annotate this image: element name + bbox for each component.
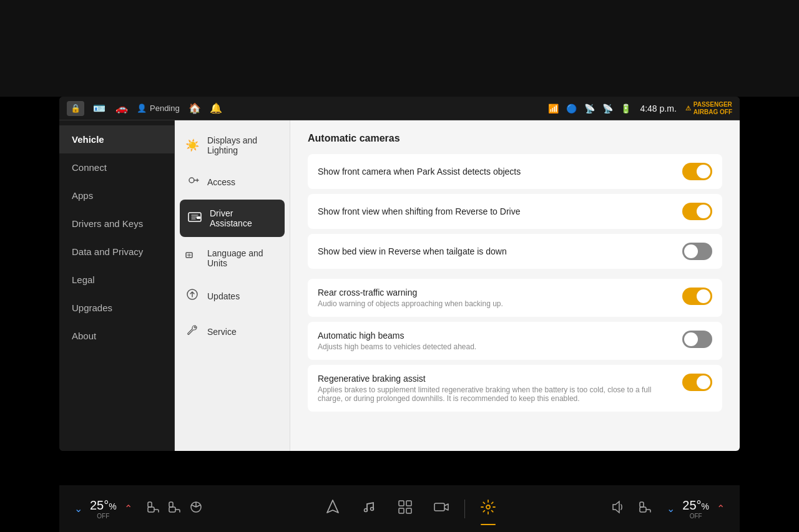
svg-rect-15 xyxy=(434,503,444,511)
submenu-updates-label: Updates xyxy=(207,291,240,301)
section-title: Automatic cameras xyxy=(308,133,722,144)
submenu-language-label: Language and Units xyxy=(207,248,280,268)
airbag-warning: ⚠ PASSENGERAIRBAG OFF xyxy=(685,101,732,116)
setting-row-bed-view: Show bed view in Reverse when tailgate i… xyxy=(308,234,722,269)
sidebar-mid: ☀️ Displays and Lighting Access xyxy=(175,120,290,451)
svg-rect-14 xyxy=(406,508,411,513)
setting-row-regen-braking: Regenerative braking assist Applies brak… xyxy=(308,365,722,412)
svg-rect-5 xyxy=(148,502,152,507)
toggle-front-camera[interactable] xyxy=(682,163,712,180)
right-temp-down-button[interactable]: ⌄ xyxy=(664,500,677,517)
taskbar-divider xyxy=(464,500,465,518)
submenu-displays-lighting[interactable]: ☀️ Displays and Lighting xyxy=(175,125,290,165)
wifi-icon: 📶 xyxy=(548,104,559,114)
bluetooth-icon: 🔵 xyxy=(566,104,577,114)
sidebar-item-vehicle[interactable]: Vehicle xyxy=(59,125,174,153)
signal2-icon: 📡 xyxy=(602,104,613,114)
right-temp-value: 25°% xyxy=(682,498,709,513)
setting-label-front-view: Show front view when shifting from Rever… xyxy=(318,206,520,216)
apps-grid-icon[interactable] xyxy=(392,494,418,524)
svg-rect-4 xyxy=(148,507,154,512)
music-icon[interactable] xyxy=(356,494,382,524)
sidebar-item-data-privacy[interactable]: Data and Privacy xyxy=(59,238,174,266)
sidebar-item-connect[interactable]: Connect xyxy=(59,153,174,181)
svg-point-16 xyxy=(486,505,490,509)
updates-icon xyxy=(185,288,200,304)
sidebar-left: Vehicle Connect Apps Drivers and Keys Da… xyxy=(59,120,175,451)
sidebar-item-upgrades[interactable]: Upgrades xyxy=(59,294,174,322)
sidebar-item-drivers-keys[interactable]: Drivers and Keys xyxy=(59,210,174,238)
setting-label-front-camera: Show front camera when Park Assist detec… xyxy=(318,167,521,177)
garage-icon[interactable]: 🏠 xyxy=(189,102,201,114)
setting-label-regen-braking: Regenerative braking assist xyxy=(318,374,672,384)
setting-row-high-beams: Automatic high beams Adjusts high beams … xyxy=(308,322,722,360)
taskbar: ⌄ 25°% OFF ⌃ xyxy=(59,485,740,532)
warning-icon: ⚠ xyxy=(685,105,691,112)
setting-row-rear-warning: Rear cross-traffic warning Audio warning… xyxy=(308,279,722,317)
settings-icon[interactable] xyxy=(475,494,501,524)
toggle-high-beams[interactable] xyxy=(682,331,712,348)
svg-point-9 xyxy=(364,508,367,511)
submenu-updates[interactable]: Updates xyxy=(175,278,290,314)
left-temp-down-button[interactable]: ⌄ xyxy=(72,500,85,517)
setting-desc-high-beams: Adjusts high beams to vehicles detected … xyxy=(318,342,672,351)
submenu-service[interactable]: Service xyxy=(175,314,290,349)
taskbar-center xyxy=(320,494,501,524)
svg-rect-17 xyxy=(640,507,646,512)
seat-heat-left-icon[interactable] xyxy=(146,500,161,518)
right-controls: ⌄ 25°% OFF ⌃ xyxy=(610,498,727,520)
setting-row-front-view: Show front view when shifting from Rever… xyxy=(308,194,722,229)
seat-heat-right-icon[interactable] xyxy=(167,500,182,518)
person-icon: 👤 xyxy=(137,104,147,113)
right-temp-status: OFF xyxy=(682,513,709,520)
svg-rect-1 xyxy=(197,216,200,219)
submenu-driver-label: Driver Assistance xyxy=(210,208,277,228)
wrench-icon xyxy=(185,324,200,339)
pending-button[interactable]: 👤 Pending xyxy=(137,104,180,113)
seat-heat-passenger-icon[interactable] xyxy=(638,500,653,518)
navigation-icon[interactable] xyxy=(320,494,346,524)
battery-icon: 🔋 xyxy=(620,104,631,114)
toggle-rear-warning[interactable] xyxy=(682,288,712,305)
status-bar: 🔒 🪪 🚗 👤 Pending 🏠 🔔 📶 🔵 📡 📡 🔋 4:48 p.m. … xyxy=(59,97,740,120)
right-temp-up-button[interactable]: ⌃ xyxy=(714,500,727,517)
card-icon[interactable]: 🪪 xyxy=(93,102,105,114)
toggle-regen-braking[interactable] xyxy=(682,374,712,391)
content-panel: Automatic cameras Show front camera when… xyxy=(290,120,740,451)
sidebar-item-about[interactable]: About xyxy=(59,322,174,350)
svg-point-10 xyxy=(370,507,373,510)
camera-icon[interactable] xyxy=(428,494,454,524)
svg-rect-7 xyxy=(169,502,173,507)
pending-label: Pending xyxy=(150,104,180,113)
lock-button[interactable]: 🔒 xyxy=(67,101,84,116)
svg-rect-12 xyxy=(406,501,411,506)
main-content: Vehicle Connect Apps Drivers and Keys Da… xyxy=(59,120,740,451)
submenu-driver-assistance[interactable]: Driver Assistance xyxy=(180,200,285,237)
setting-row-front-camera: Show front camera when Park Assist detec… xyxy=(308,154,722,189)
left-temp-up-button[interactable]: ⌃ xyxy=(122,500,135,517)
airbag-label: PASSENGERAIRBAG OFF xyxy=(694,101,732,116)
setting-label-high-beams: Automatic high beams xyxy=(318,331,672,341)
submenu-service-label: Service xyxy=(207,327,237,337)
left-temp-control: ⌄ 25°% OFF ⌃ xyxy=(72,498,210,520)
submenu-access-label: Access xyxy=(207,177,235,187)
language-icon xyxy=(185,252,200,265)
setting-label-bed-view: Show bed view in Reverse when tailgate i… xyxy=(318,246,507,256)
volume-icon[interactable] xyxy=(610,499,627,518)
sidebar-item-apps[interactable]: Apps xyxy=(59,181,174,210)
sidebar-item-legal[interactable]: Legal xyxy=(59,266,174,294)
svg-rect-6 xyxy=(169,507,175,512)
toggle-bed-view[interactable] xyxy=(682,243,712,260)
car-icon[interactable]: 🚗 xyxy=(115,102,128,114)
setting-desc-rear-warning: Audio warning of objects approaching whe… xyxy=(318,299,672,308)
bell-icon[interactable]: 🔔 xyxy=(210,102,222,114)
submenu-access[interactable]: Access xyxy=(175,165,290,198)
setting-desc-regen-braking: Applies brakes to supplement limited reg… xyxy=(318,385,672,403)
submenu-displays-label: Displays and Lighting xyxy=(207,135,280,155)
submenu-language-units[interactable]: Language and Units xyxy=(175,238,290,278)
steering-heat-icon[interactable] xyxy=(189,500,203,518)
toggle-front-view[interactable] xyxy=(682,203,712,220)
key-icon xyxy=(185,175,200,188)
left-temp-value: 25°% xyxy=(90,498,117,513)
sun-icon: ☀️ xyxy=(185,138,200,152)
